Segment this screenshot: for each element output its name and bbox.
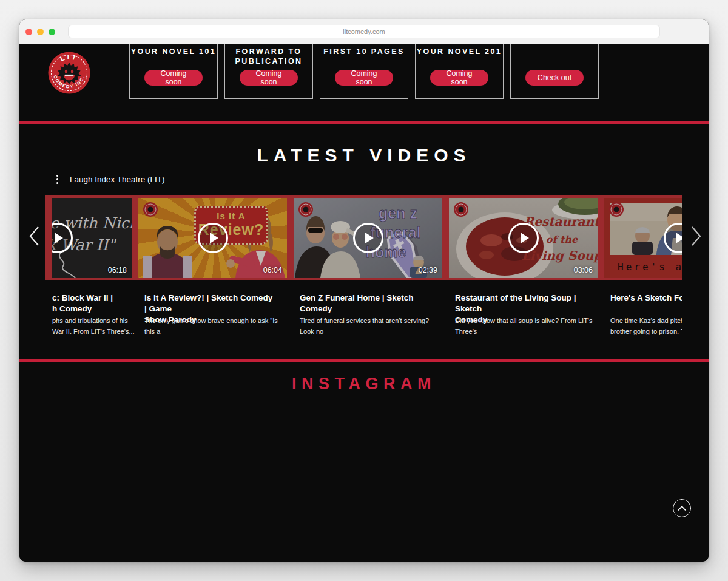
section-divider: [19, 359, 709, 362]
thumb-text: of the: [546, 234, 578, 245]
video-carousel: Storytime with Nick "Block War II" 06:18: [46, 195, 682, 336]
video-duration: 06:18: [108, 266, 127, 274]
video-thumbnail-is-it-a-review[interactable]: Is It A Review? 06:04: [138, 198, 287, 278]
course-card-first-10-pages: FIRST 10 PAGES Coming soon: [320, 44, 408, 99]
video-description: One time Kaz's dad pitched us brother go…: [610, 315, 682, 336]
play-icon: [521, 233, 529, 243]
play-icon: [676, 233, 683, 243]
page-content: LIT COMEDY INC. YOUR NOVEL 101 Coming so…: [19, 44, 709, 562]
play-button[interactable]: [508, 223, 539, 253]
video-title[interactable]: Here's A Sketch For Ya... |: [610, 293, 682, 304]
play-icon: [365, 233, 374, 243]
course-card-your-novel-101: YOUR NOVEL 101 Coming soon: [129, 44, 218, 99]
thumb-text: gen z: [379, 205, 417, 222]
video-duration: 06:04: [263, 266, 282, 274]
traffic-lights: [25, 29, 55, 35]
course-title: FORWARD TO PUBLICATION: [225, 47, 312, 67]
channel-row: Laugh Index Theatre (LIT): [55, 174, 165, 185]
video-description: phs and tribulations of his War II. From…: [52, 315, 137, 336]
url-bar[interactable]: litcomedy.com: [68, 25, 660, 38]
play-button[interactable]: [353, 223, 383, 253]
lit-comedy-logo[interactable]: LIT COMEDY INC.: [47, 51, 91, 97]
play-icon: [210, 233, 218, 243]
channel-name[interactable]: Laugh Index Theatre (LIT): [70, 175, 165, 184]
scroll-to-top-button[interactable]: [673, 499, 691, 517]
maximize-window-button[interactable]: [49, 29, 55, 35]
coming-soon-button[interactable]: Coming soon: [335, 70, 393, 86]
video-title[interactable]: Gen Z Funeral Home | Sketch Comedy: [300, 293, 428, 314]
course-card-forward-to-publication: FORWARD TO PUBLICATION Coming soon: [224, 44, 313, 99]
chevron-left-icon: [27, 225, 42, 248]
thumb-text: Living Soup: [522, 248, 598, 263]
check-out-button[interactable]: Check out: [525, 70, 584, 86]
course-title: YOUR NOVEL 201: [416, 47, 503, 56]
course-card-your-novel-201: YOUR NOVEL 201 Coming soon: [415, 44, 504, 99]
carousel-strip-clip: Storytime with Nick "Block War II" 06:18: [52, 195, 682, 280]
coming-soon-button[interactable]: Coming soon: [430, 70, 488, 86]
desktop: litcomedy.com LIT COMEDY I: [0, 0, 728, 581]
section-divider: [19, 121, 709, 124]
kebab-menu-icon[interactable]: [55, 174, 59, 185]
carousel-prev-button[interactable]: [27, 225, 42, 248]
video-thumbnail-living-soup[interactable]: Restaurant of the Living Soup 03:06: [449, 198, 598, 278]
video-title[interactable]: c: Block War II | h Comedy: [52, 293, 134, 314]
video-duration: 03:06: [574, 266, 593, 274]
video-description: The only game show brave enough to ask "…: [144, 315, 283, 336]
video-thumbnail-storytime[interactable]: Storytime with Nick "Block War II" 06:18: [52, 198, 132, 278]
video-thumbnail-heres-a-sketch[interactable]: Here's a sketch: [604, 198, 682, 278]
chevron-right-icon: [688, 225, 704, 248]
video-thumbnail-gen-z-funeral[interactable]: gen z funeral home 02:39: [294, 198, 442, 278]
latest-videos-heading: LATEST VIDEOS: [19, 145, 709, 166]
browser-window: litcomedy.com LIT COMEDY I: [19, 19, 709, 562]
minimize-window-button[interactable]: [37, 29, 44, 35]
thumb-text: Here's a sketch: [618, 261, 682, 273]
carousel-next-button[interactable]: [688, 225, 704, 248]
logo-graphic: LIT COMEDY INC.: [47, 51, 91, 95]
course-card-check-out: Check out: [510, 44, 599, 99]
thumb-text: Restaurant: [524, 214, 598, 229]
play-button[interactable]: [198, 223, 228, 253]
course-title: YOUR NOVEL 101: [130, 47, 217, 56]
play-icon: [55, 233, 63, 243]
url-text: litcomedy.com: [343, 28, 385, 35]
video-description: Tired of funeral services that aren't se…: [300, 315, 438, 336]
coming-soon-button[interactable]: Coming soon: [144, 70, 203, 86]
browser-chrome: litcomedy.com: [19, 19, 709, 44]
instagram-heading: INSTAGRAM: [19, 375, 709, 393]
close-window-button[interactable]: [25, 29, 32, 35]
video-description: Did you know that all soup is alive? Fro…: [455, 315, 593, 336]
coming-soon-button[interactable]: Coming soon: [240, 70, 298, 86]
chevron-up-icon: [677, 505, 687, 511]
sign-text: Is It A: [196, 211, 266, 221]
course-title: FIRST 10 PAGES: [320, 47, 408, 56]
video-duration: 02:39: [419, 266, 437, 274]
